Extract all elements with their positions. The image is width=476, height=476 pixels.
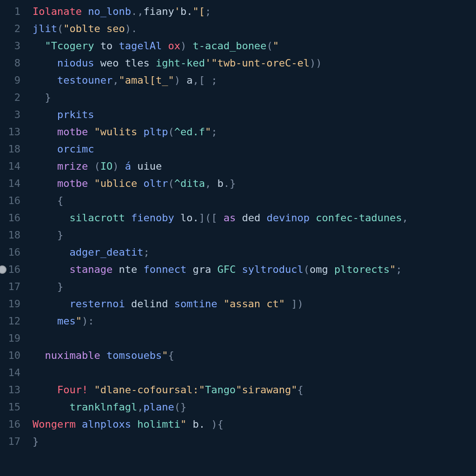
token-str: "ublice bbox=[94, 178, 143, 189]
code-line[interactable]: silacrott fienoby lo.]([ as ded devinop … bbox=[33, 209, 476, 226]
token-type: silacrott bbox=[69, 212, 125, 224]
token-fn: no_lonb bbox=[88, 6, 131, 17]
line-number: 16 bbox=[0, 244, 28, 261]
code-line[interactable]: "Tcogery to tagelAl ox) t-acad_bonee(" bbox=[33, 37, 476, 54]
code-line[interactable]: adger_deatit; bbox=[33, 244, 476, 261]
token-fn: plane bbox=[143, 401, 174, 413]
token-pun: ) bbox=[180, 40, 186, 52]
token-pun: ( bbox=[266, 40, 272, 52]
token-fn: testouner bbox=[57, 74, 112, 86]
code-line[interactable]: stanage nte fonnect gra GFC syltroducl(o… bbox=[33, 261, 476, 278]
breakpoint-icon[interactable] bbox=[0, 265, 7, 274]
token-kw: as bbox=[224, 212, 236, 224]
line-number: 19 bbox=[0, 295, 28, 312]
token-str: ' bbox=[174, 6, 180, 17]
token-type: confec-tadunes bbox=[316, 212, 402, 224]
token-prop: Iolanate bbox=[33, 6, 82, 17]
code-line[interactable]: } bbox=[33, 226, 476, 244]
token-id bbox=[33, 57, 57, 69]
token-str: "wulits bbox=[94, 126, 143, 138]
line-number: 1 bbox=[0, 3, 28, 20]
token-id: uiue bbox=[137, 160, 162, 172]
token-type: Tango bbox=[205, 384, 236, 396]
token-pun: ( bbox=[168, 178, 174, 189]
token-kw: nuximable bbox=[45, 350, 100, 361]
code-line[interactable]: Four! "dlane-cofoursal:"Tango"sirawang"{ bbox=[33, 381, 476, 398]
token-id bbox=[33, 178, 57, 189]
token-pun: { bbox=[168, 350, 174, 361]
code-line[interactable]: orcimc bbox=[33, 140, 476, 158]
token-pun: ): bbox=[82, 315, 94, 327]
token-id: nte bbox=[112, 264, 143, 275]
line-number: 17 bbox=[0, 433, 28, 450]
token-pun: } bbox=[33, 436, 39, 447]
code-line[interactable]: Iolanate no_lonb.,fiany'b."[; bbox=[33, 3, 476, 20]
token-fn: fonnect bbox=[143, 264, 186, 275]
line-number: 8 bbox=[0, 54, 28, 72]
code-line[interactable]: nuximable tomsouebs"{ bbox=[33, 347, 476, 364]
code-content[interactable]: Iolanate no_lonb.,fiany'b."[;jlit("oblte… bbox=[28, 0, 476, 476]
line-number: 12 bbox=[0, 312, 28, 330]
code-line[interactable]: resternoi delind somtine "assan ct" ]) bbox=[33, 295, 476, 312]
token-id bbox=[33, 298, 69, 310]
token-fn: devinop bbox=[266, 212, 310, 224]
token-id: gra bbox=[186, 264, 217, 275]
token-str: " bbox=[273, 40, 279, 52]
token-id: to bbox=[94, 40, 119, 52]
token-pun: .} bbox=[224, 178, 236, 189]
token-id bbox=[76, 418, 82, 430]
code-line[interactable]: tranklnfagl,plane(} bbox=[33, 398, 476, 416]
code-line[interactable]: mrize (IO) á uiue bbox=[33, 158, 476, 175]
line-number: 9 bbox=[0, 72, 28, 89]
token-fn: syltroducl bbox=[242, 264, 303, 275]
token-kw: mrize bbox=[57, 160, 88, 172]
token-str: " bbox=[390, 264, 396, 275]
code-line[interactable] bbox=[33, 330, 476, 347]
token-pun: ){ bbox=[211, 418, 224, 430]
token-fn: á bbox=[125, 160, 131, 172]
token-pun: , bbox=[112, 74, 119, 86]
token-id bbox=[88, 126, 94, 138]
token-id bbox=[131, 160, 137, 172]
token-fn: fienoby bbox=[131, 212, 174, 224]
token-type: t-acad_bonee bbox=[192, 40, 266, 52]
token-pun: ( bbox=[168, 126, 174, 138]
line-number: 19 bbox=[0, 330, 28, 347]
code-line[interactable]: } bbox=[33, 433, 476, 450]
code-line[interactable]: jlit("oblte seo). bbox=[33, 20, 476, 37]
code-line[interactable]: Wongerm alnploxs holimti" b. ){ bbox=[33, 416, 476, 433]
token-id: weo tles bbox=[94, 57, 155, 69]
token-type: "Tcogery bbox=[45, 40, 94, 52]
token-id bbox=[33, 246, 69, 258]
code-line[interactable]: motbe "wulits pltp(^ed.f"; bbox=[33, 123, 476, 140]
token-id bbox=[162, 40, 168, 52]
token-id: b bbox=[217, 178, 223, 189]
line-number-gutter: 1238923131814141616181616171912191014131… bbox=[0, 0, 28, 476]
token-pun: )) bbox=[310, 57, 322, 69]
token-str: " bbox=[76, 315, 82, 327]
token-str: "amal[t_" bbox=[119, 74, 174, 86]
token-pun: . bbox=[131, 23, 137, 34]
line-number: 3 bbox=[0, 37, 28, 54]
code-editor[interactable]: 1238923131814141616181616171912191014131… bbox=[0, 0, 476, 476]
token-fn: tomsouebs bbox=[106, 350, 162, 361]
token-id: lo. bbox=[174, 212, 199, 224]
token-id bbox=[88, 384, 94, 396]
token-id bbox=[82, 6, 88, 17]
code-line[interactable]: } bbox=[33, 89, 476, 106]
code-line[interactable]: testouner,"amal[t_") a,[ ; bbox=[33, 72, 476, 89]
code-line[interactable]: niodus weo tles ight-ked'"twb-unt-oreC-e… bbox=[33, 54, 476, 72]
token-pun: ( bbox=[304, 264, 310, 275]
token-type: ight-ked bbox=[156, 57, 205, 69]
token-prop: ox bbox=[168, 40, 180, 52]
code-line[interactable]: motbe "ublice oltr(^dita, b.} bbox=[33, 175, 476, 192]
code-line[interactable]: } bbox=[33, 278, 476, 295]
code-line[interactable]: mes"): bbox=[33, 312, 476, 330]
token-fn: alnploxs bbox=[82, 418, 131, 430]
token-pun: ., bbox=[131, 6, 144, 17]
code-line[interactable] bbox=[33, 364, 476, 381]
token-id bbox=[33, 315, 57, 327]
code-line[interactable]: prkits bbox=[33, 106, 476, 123]
token-pun: ) bbox=[125, 23, 131, 34]
code-line[interactable]: { bbox=[33, 192, 476, 209]
